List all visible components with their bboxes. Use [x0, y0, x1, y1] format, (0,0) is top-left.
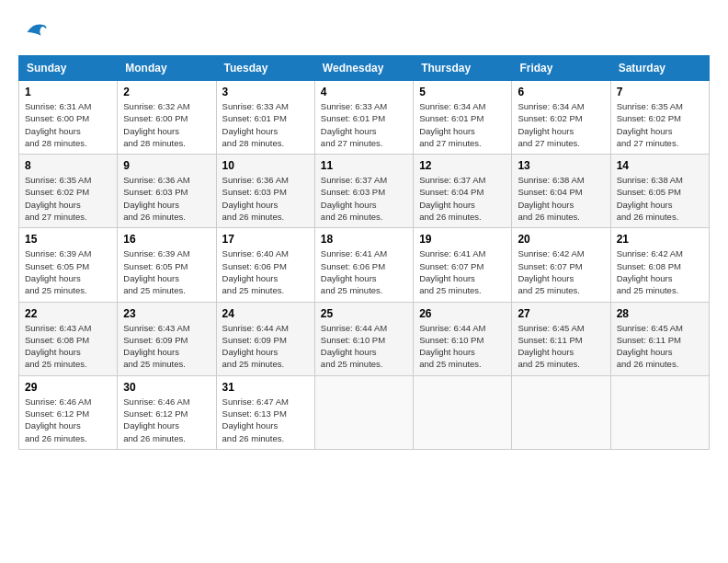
day-number: 17	[222, 233, 309, 246]
day-number: 7	[617, 86, 703, 98]
day-cell: 10 Sunrise: 6:36 AM Sunset: 6:03 PM Dayl…	[216, 155, 314, 228]
day-number: 14	[617, 159, 703, 172]
day-info: Sunrise: 6:37 AM Sunset: 6:03 PM Dayligh…	[321, 174, 407, 223]
day-number: 10	[222, 159, 309, 172]
day-cell: 12 Sunrise: 6:37 AM Sunset: 6:04 PM Dayl…	[414, 155, 512, 228]
day-info: Sunrise: 6:34 AM Sunset: 6:01 PM Dayligh…	[419, 100, 506, 149]
day-info: Sunrise: 6:45 AM Sunset: 6:11 PM Dayligh…	[617, 322, 703, 371]
day-info: Sunrise: 6:35 AM Sunset: 6:02 PM Dayligh…	[617, 100, 703, 149]
day-info: Sunrise: 6:38 AM Sunset: 6:05 PM Dayligh…	[617, 174, 703, 223]
day-cell	[314, 375, 413, 449]
day-cell: 26 Sunrise: 6:44 AM Sunset: 6:10 PM Dayl…	[414, 302, 512, 375]
day-cell: 30 Sunrise: 6:46 AM Sunset: 6:12 PM Dayl…	[118, 375, 216, 449]
day-cell: 16 Sunrise: 6:39 AM Sunset: 6:05 PM Dayl…	[118, 228, 216, 302]
day-info: Sunrise: 6:33 AM Sunset: 6:01 PM Dayligh…	[321, 100, 407, 149]
day-info: Sunrise: 6:42 AM Sunset: 6:08 PM Dayligh…	[617, 247, 703, 296]
day-info: Sunrise: 6:42 AM Sunset: 6:07 PM Dayligh…	[518, 247, 604, 296]
day-info: Sunrise: 6:41 AM Sunset: 6:06 PM Dayligh…	[321, 247, 407, 296]
week-row-1: 1 Sunrise: 6:31 AM Sunset: 6:00 PM Dayli…	[19, 81, 710, 155]
day-cell: 6 Sunrise: 6:34 AM Sunset: 6:02 PM Dayli…	[512, 81, 610, 155]
week-row-2: 8 Sunrise: 6:35 AM Sunset: 6:02 PM Dayli…	[19, 155, 710, 228]
day-number: 29	[25, 381, 111, 394]
day-number: 11	[321, 159, 407, 172]
weekday-thursday: Thursday	[414, 56, 512, 81]
day-cell: 22 Sunrise: 6:43 AM Sunset: 6:08 PM Dayl…	[19, 302, 118, 375]
day-number: 5	[419, 86, 506, 98]
day-info: Sunrise: 6:32 AM Sunset: 6:00 PM Dayligh…	[123, 100, 210, 149]
day-cell: 23 Sunrise: 6:43 AM Sunset: 6:09 PM Dayl…	[118, 302, 216, 375]
day-info: Sunrise: 6:46 AM Sunset: 6:12 PM Dayligh…	[123, 396, 210, 444]
day-number: 21	[617, 233, 703, 246]
day-cell: 14 Sunrise: 6:38 AM Sunset: 6:05 PM Dayl…	[610, 155, 709, 228]
weekday-tuesday: Tuesday	[216, 56, 314, 81]
logo-bird-icon	[20, 18, 48, 46]
day-cell: 24 Sunrise: 6:44 AM Sunset: 6:09 PM Dayl…	[216, 302, 314, 375]
logo	[18, 18, 48, 46]
day-cell: 19 Sunrise: 6:41 AM Sunset: 6:07 PM Dayl…	[414, 228, 512, 302]
day-cell: 4 Sunrise: 6:33 AM Sunset: 6:01 PM Dayli…	[314, 81, 413, 155]
day-number: 18	[321, 233, 407, 246]
day-cell: 11 Sunrise: 6:37 AM Sunset: 6:03 PM Dayl…	[314, 155, 413, 228]
weekday-friday: Friday	[512, 56, 610, 81]
day-info: Sunrise: 6:36 AM Sunset: 6:03 PM Dayligh…	[222, 174, 309, 223]
day-number: 26	[419, 307, 506, 320]
day-number: 4	[321, 86, 407, 98]
day-number: 19	[419, 233, 506, 246]
calendar-table: SundayMondayTuesdayWednesdayThursdayFrid…	[18, 55, 710, 450]
day-number: 6	[518, 86, 604, 98]
day-number: 31	[222, 381, 309, 394]
day-info: Sunrise: 6:44 AM Sunset: 6:10 PM Dayligh…	[321, 322, 407, 371]
day-info: Sunrise: 6:44 AM Sunset: 6:10 PM Dayligh…	[419, 322, 506, 371]
day-info: Sunrise: 6:45 AM Sunset: 6:11 PM Dayligh…	[518, 322, 604, 371]
day-cell	[512, 375, 610, 449]
day-info: Sunrise: 6:31 AM Sunset: 6:00 PM Dayligh…	[25, 100, 111, 149]
day-info: Sunrise: 6:38 AM Sunset: 6:04 PM Dayligh…	[518, 174, 604, 223]
day-number: 28	[617, 307, 703, 320]
day-number: 1	[25, 86, 111, 98]
day-number: 3	[222, 86, 309, 98]
day-cell	[610, 375, 709, 449]
day-info: Sunrise: 6:39 AM Sunset: 6:05 PM Dayligh…	[123, 247, 210, 296]
day-number: 13	[518, 159, 604, 172]
day-cell: 3 Sunrise: 6:33 AM Sunset: 6:01 PM Dayli…	[216, 81, 314, 155]
day-cell: 21 Sunrise: 6:42 AM Sunset: 6:08 PM Dayl…	[610, 228, 709, 302]
day-cell: 13 Sunrise: 6:38 AM Sunset: 6:04 PM Dayl…	[512, 155, 610, 228]
day-number: 12	[419, 159, 506, 172]
day-info: Sunrise: 6:44 AM Sunset: 6:09 PM Dayligh…	[222, 322, 309, 371]
day-number: 2	[123, 86, 210, 98]
day-number: 30	[123, 381, 210, 394]
day-cell: 5 Sunrise: 6:34 AM Sunset: 6:01 PM Dayli…	[414, 81, 512, 155]
day-cell: 18 Sunrise: 6:41 AM Sunset: 6:06 PM Dayl…	[314, 228, 413, 302]
day-cell: 29 Sunrise: 6:46 AM Sunset: 6:12 PM Dayl…	[19, 375, 118, 449]
day-cell: 8 Sunrise: 6:35 AM Sunset: 6:02 PM Dayli…	[19, 155, 118, 228]
day-info: Sunrise: 6:35 AM Sunset: 6:02 PM Dayligh…	[25, 174, 111, 223]
day-number: 27	[518, 307, 604, 320]
calendar-body: 1 Sunrise: 6:31 AM Sunset: 6:00 PM Dayli…	[19, 81, 710, 450]
day-cell: 9 Sunrise: 6:36 AM Sunset: 6:03 PM Dayli…	[118, 155, 216, 228]
day-cell: 15 Sunrise: 6:39 AM Sunset: 6:05 PM Dayl…	[19, 228, 118, 302]
day-info: Sunrise: 6:33 AM Sunset: 6:01 PM Dayligh…	[222, 100, 309, 149]
day-number: 23	[123, 307, 210, 320]
weekday-header-row: SundayMondayTuesdayWednesdayThursdayFrid…	[19, 56, 710, 81]
day-cell: 31 Sunrise: 6:47 AM Sunset: 6:13 PM Dayl…	[216, 375, 314, 449]
day-info: Sunrise: 6:43 AM Sunset: 6:09 PM Dayligh…	[123, 322, 210, 371]
day-cell	[414, 375, 512, 449]
week-row-3: 15 Sunrise: 6:39 AM Sunset: 6:05 PM Dayl…	[19, 228, 710, 302]
page-header	[18, 18, 710, 46]
day-info: Sunrise: 6:39 AM Sunset: 6:05 PM Dayligh…	[25, 247, 111, 296]
day-info: Sunrise: 6:37 AM Sunset: 6:04 PM Dayligh…	[419, 174, 506, 223]
day-cell: 25 Sunrise: 6:44 AM Sunset: 6:10 PM Dayl…	[314, 302, 413, 375]
day-cell: 27 Sunrise: 6:45 AM Sunset: 6:11 PM Dayl…	[512, 302, 610, 375]
day-number: 25	[321, 307, 407, 320]
day-cell: 1 Sunrise: 6:31 AM Sunset: 6:00 PM Dayli…	[19, 81, 118, 155]
day-info: Sunrise: 6:41 AM Sunset: 6:07 PM Dayligh…	[419, 247, 506, 296]
day-cell: 20 Sunrise: 6:42 AM Sunset: 6:07 PM Dayl…	[512, 228, 610, 302]
week-row-4: 22 Sunrise: 6:43 AM Sunset: 6:08 PM Dayl…	[19, 302, 710, 375]
day-number: 9	[123, 159, 210, 172]
weekday-wednesday: Wednesday	[314, 56, 413, 81]
day-number: 22	[25, 307, 111, 320]
day-cell: 7 Sunrise: 6:35 AM Sunset: 6:02 PM Dayli…	[610, 81, 709, 155]
day-number: 8	[25, 159, 111, 172]
weekday-saturday: Saturday	[610, 56, 709, 81]
day-number: 24	[222, 307, 309, 320]
